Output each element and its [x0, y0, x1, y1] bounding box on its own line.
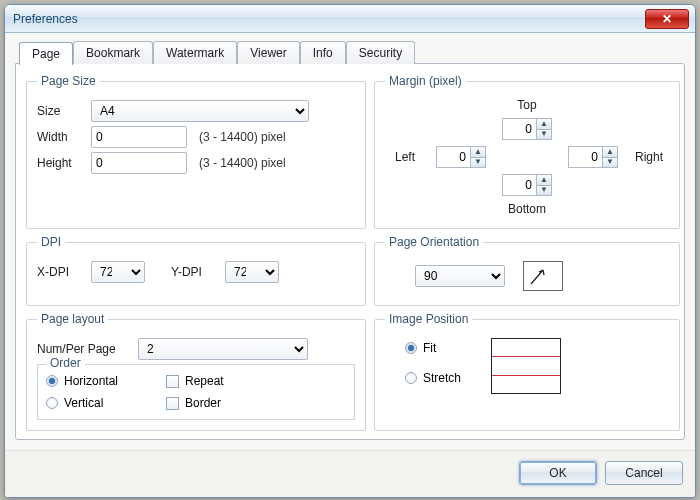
margin-left-spinner[interactable]: ▲▼: [436, 146, 486, 168]
xdpi-select[interactable]: 72: [91, 261, 145, 283]
group-dpi: DPI X-DPI 72 Y-DPI 72: [26, 235, 366, 306]
tab-panel-page: Page Size Size A4 Width (3 - 14400) pixe…: [15, 63, 685, 440]
radio-stretch[interactable]: Stretch: [405, 371, 461, 385]
label-height: Height: [37, 156, 85, 170]
cancel-button[interactable]: Cancel: [605, 461, 683, 485]
spin-up-icon[interactable]: ▲: [603, 147, 617, 158]
radio-dot-icon: [405, 372, 417, 384]
label-vertical: Vertical: [64, 396, 103, 410]
checkbox-box-icon: [166, 397, 179, 410]
spin-down-icon[interactable]: ▼: [537, 130, 551, 140]
group-image-position: Image Position Fit Stretch: [374, 312, 680, 431]
label-fit: Fit: [423, 341, 436, 355]
tab-bookmark[interactable]: Bookmark: [73, 41, 153, 64]
legend-layout: Page layout: [37, 312, 108, 326]
label-margin-left: Left: [395, 150, 415, 164]
window-title: Preferences: [13, 12, 645, 26]
note-height: (3 - 14400) pixel: [199, 156, 286, 170]
legend-order: Order: [46, 356, 85, 370]
label-margin-right: Right: [635, 150, 663, 164]
image-position-preview-icon: [491, 338, 561, 394]
note-width: (3 - 14400) pixel: [199, 130, 286, 144]
tab-viewer[interactable]: Viewer: [237, 41, 299, 64]
group-margin: Margin (pixel) Top ▲▼ Left ▲▼: [374, 74, 680, 229]
checkbox-box-icon: [166, 375, 179, 388]
label-margin-bottom: Bottom: [508, 202, 546, 216]
radio-dot-icon: [405, 342, 417, 354]
legend-imgpos: Image Position: [385, 312, 472, 326]
width-input[interactable]: [91, 126, 187, 148]
close-icon: ✕: [662, 12, 672, 26]
tab-page[interactable]: Page: [19, 42, 73, 65]
label-margin-top: Top: [517, 98, 536, 112]
label-stretch: Stretch: [423, 371, 461, 385]
size-select[interactable]: A4: [91, 100, 309, 122]
ydpi-select[interactable]: 72: [225, 261, 279, 283]
spin-down-icon[interactable]: ▼: [471, 158, 485, 168]
spin-down-icon[interactable]: ▼: [603, 158, 617, 168]
tab-bar: Page Bookmark Watermark Viewer Info Secu…: [15, 41, 685, 64]
num-per-page-select[interactable]: 2: [138, 338, 308, 360]
label-repeat: Repeat: [185, 374, 224, 388]
orientation-select[interactable]: 90: [415, 265, 505, 287]
radio-horizontal[interactable]: Horizontal: [46, 374, 166, 388]
group-page-layout: Page layout Num/Per Page 2 Order Horizon…: [26, 312, 366, 431]
margin-right-input[interactable]: [568, 146, 602, 168]
height-input[interactable]: [91, 152, 187, 174]
label-ydpi: Y-DPI: [171, 265, 219, 279]
spin-up-icon[interactable]: ▲: [471, 147, 485, 158]
label-num-per-page: Num/Per Page: [37, 342, 132, 356]
tab-watermark[interactable]: Watermark: [153, 41, 237, 64]
titlebar: Preferences ✕: [5, 5, 695, 33]
legend-orientation: Page Orientation: [385, 235, 483, 249]
margin-top-spinner[interactable]: ▲▼: [502, 118, 552, 140]
radio-dot-icon: [46, 375, 58, 387]
dialog-footer: OK Cancel: [5, 450, 695, 497]
margin-top-input[interactable]: [502, 118, 536, 140]
group-order: Order Horizontal Repeat Vertical: [37, 364, 355, 420]
margin-bottom-spinner[interactable]: ▲▼: [502, 174, 552, 196]
legend-dpi: DPI: [37, 235, 65, 249]
spin-up-icon[interactable]: ▲: [537, 119, 551, 130]
checkbox-border[interactable]: Border: [166, 396, 256, 410]
label-size: Size: [37, 104, 85, 118]
close-button[interactable]: ✕: [645, 9, 689, 29]
legend-margin: Margin (pixel): [385, 74, 466, 88]
radio-dot-icon: [46, 397, 58, 409]
margin-bottom-input[interactable]: [502, 174, 536, 196]
label-horizontal: Horizontal: [64, 374, 118, 388]
group-page-size: Page Size Size A4 Width (3 - 14400) pixe…: [26, 74, 366, 229]
margin-right-spinner[interactable]: ▲▼: [568, 146, 618, 168]
ok-button[interactable]: OK: [519, 461, 597, 485]
group-orientation: Page Orientation 90: [374, 235, 680, 306]
tab-info[interactable]: Info: [300, 41, 346, 64]
label-border: Border: [185, 396, 221, 410]
tab-security[interactable]: Security: [346, 41, 415, 64]
checkbox-repeat[interactable]: Repeat: [166, 374, 256, 388]
legend-page-size: Page Size: [37, 74, 100, 88]
radio-vertical[interactable]: Vertical: [46, 396, 166, 410]
preferences-dialog: Preferences ✕ Page Bookmark Watermark Vi…: [4, 4, 696, 498]
margin-left-input[interactable]: [436, 146, 470, 168]
spin-down-icon[interactable]: ▼: [537, 186, 551, 196]
orientation-preview-icon: [523, 261, 563, 291]
label-xdpi: X-DPI: [37, 265, 85, 279]
dialog-body: Page Bookmark Watermark Viewer Info Secu…: [5, 33, 695, 450]
radio-fit[interactable]: Fit: [405, 341, 461, 355]
spin-up-icon[interactable]: ▲: [537, 175, 551, 186]
label-width: Width: [37, 130, 85, 144]
